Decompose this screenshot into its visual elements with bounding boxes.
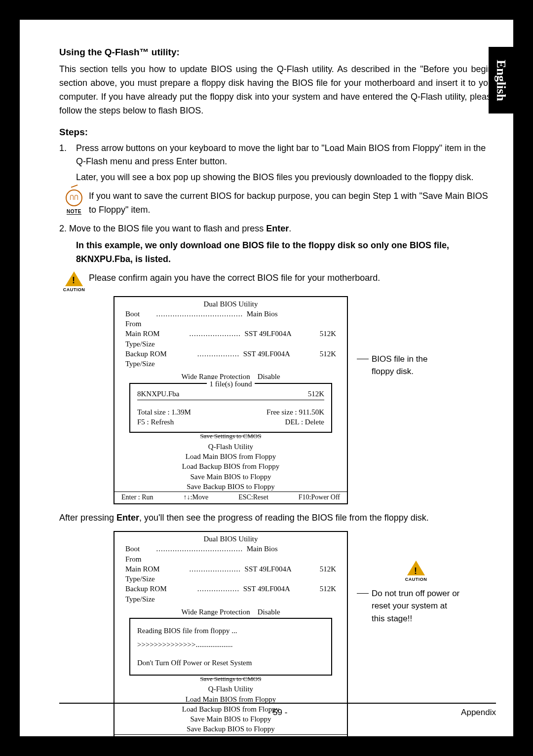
bios-title: Dual BIOS Utility	[114, 297, 347, 309]
section-name: Appendix	[461, 708, 496, 718]
after-read-text: After BIOS file is read, you'll see a co…	[59, 754, 496, 756]
progress-box: Reading BIOS file from floppy ... >>>>>>…	[129, 618, 332, 676]
menu-item: Load Backup BIOS from Floppy	[114, 461, 347, 471]
bios-file-name: 8KNXPU.Fba	[137, 389, 179, 399]
note-label: NOTE	[67, 209, 81, 215]
step-1: 1. Press arrow buttons on your keyboard …	[59, 142, 496, 185]
page: English Using the Q-Flash™ utility: This…	[20, 20, 513, 736]
bios-screenshot-1: Dual BIOS Utility Boot From.............…	[114, 296, 496, 504]
bios-file-size: 512K	[308, 389, 324, 399]
progress-bar: >>>>>>>>>>>>>>....................	[137, 638, 324, 651]
note-text: If you want to save the current BIOS for…	[89, 189, 496, 217]
intro-text: This section tells you how to update BIO…	[59, 63, 496, 118]
caution-icon: ! CAUTION	[405, 561, 427, 583]
free-size: Free size : 911.50K	[266, 407, 324, 417]
files-found: 1 file(s) found	[207, 379, 255, 389]
menu-item: Load Main BIOS from Floppy	[114, 452, 347, 461]
menu-item: Save Main BIOS to Floppy	[114, 472, 347, 482]
caution-block: ! CAUTION Please confirm again you have …	[59, 271, 496, 292]
page-footer: - 59 - Appendix	[59, 703, 496, 718]
step1-text-a: Press arrow buttons on your keyboard to …	[76, 142, 496, 169]
reading-text: Reading BIOS file from floppy ...	[137, 624, 324, 638]
f5-refresh: F5 : Refresh	[137, 417, 174, 427]
example-bold: In this example, we only download one BI…	[76, 239, 496, 266]
wide-range-protection: Wide Range Protection Disable	[125, 607, 336, 617]
qflash-title: Q-Flash Utility	[114, 442, 347, 452]
step-2: 2. Move to the BIOS file you want to fla…	[59, 222, 496, 236]
caution-icon: ! CAUTION	[59, 271, 89, 292]
key-hints: Enter : Run ↑↓:Move ESC:Reset F10:Power …	[114, 491, 347, 503]
hidden-line: Save Settings to CMOS	[114, 675, 347, 683]
note-icon: NOTE	[59, 189, 89, 215]
note-block: NOTE If you want to save the current BIO…	[59, 189, 496, 217]
callout-bios-file: BIOS file in the floppy disk.	[357, 353, 451, 378]
language-tab: English	[489, 47, 513, 113]
step-number: 1.	[59, 142, 76, 185]
caution-label: CAUTION	[59, 287, 89, 292]
bios-title: Dual BIOS Utility	[114, 532, 347, 544]
step1-text-b: Later, you will see a box pop up showing…	[76, 171, 496, 185]
hidden-line: Save Settings to CMOS	[114, 432, 347, 441]
section-heading: Using the Q-Flash™ utility:	[59, 47, 496, 58]
caution-text: Please confirm again you have the correc…	[89, 271, 496, 285]
del-delete: DEL : Delete	[285, 417, 324, 427]
key-hints: Enter : Run ↑↓:Move ESC:Reset F10:Power …	[114, 734, 347, 746]
after-enter-text: After pressing Enter, you'll then see th…	[59, 511, 496, 525]
page-number: - 59 -	[268, 708, 288, 718]
qflash-title: Q-Flash Utility	[114, 684, 347, 694]
warn-text: Don't Turn Off Power or Reset System	[137, 656, 324, 670]
file-list-box: 1 file(s) found 8KNXPU.Fba 512K Total si…	[129, 383, 332, 433]
callout-do-not-power-off: ! CAUTION Do not trun off power or reset…	[357, 561, 460, 625]
qflash-menu: Load Main BIOS from Floppy Load Backup B…	[114, 452, 347, 491]
menu-item: Save Backup BIOS to Floppy	[114, 724, 347, 734]
menu-item: Save Backup BIOS to Floppy	[114, 482, 347, 491]
steps-heading: Steps:	[59, 127, 496, 138]
total-size: Total size : 1.39M	[137, 407, 191, 417]
